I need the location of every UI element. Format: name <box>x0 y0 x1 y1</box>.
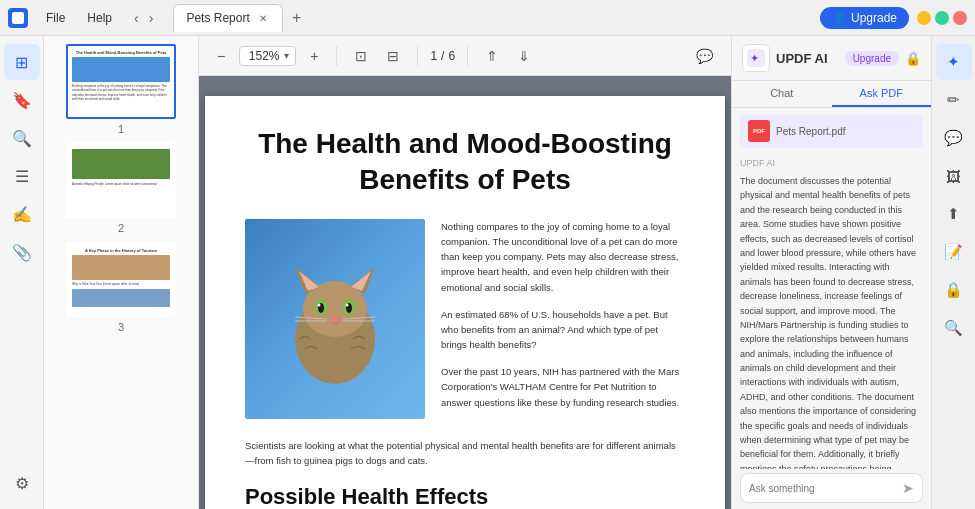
ai-input[interactable] <box>749 483 898 494</box>
maximize-button[interactable] <box>935 11 949 25</box>
nav-arrows: ‹ › <box>130 8 157 28</box>
thumbnail-1[interactable]: The Health and Mood-Boosting Benefits of… <box>52 44 190 135</box>
ai-lock-button[interactable]: 🔒 <box>905 51 921 66</box>
menu-items: File Help <box>36 7 122 29</box>
right-icon-edit[interactable]: ✏ <box>936 82 972 118</box>
sidebar-icon-attach[interactable]: 📎 <box>4 234 40 270</box>
thumb-text-2: Animals Helping People Lorem ipsum dolor… <box>72 182 170 186</box>
pdf-para1: Nothing compares to the joy of coming ho… <box>441 219 685 295</box>
right-icon-comment[interactable]: 💬 <box>936 120 972 156</box>
pdf-title: The Health and Mood-Boosting Benefits of… <box>245 126 685 199</box>
svg-point-12 <box>331 316 339 322</box>
fit-page-button[interactable]: ⊟ <box>381 44 405 68</box>
pdf-text-column: Nothing compares to the joy of coming ho… <box>441 219 685 422</box>
tab-label: Pets Report <box>186 11 249 25</box>
pdf-body: Nothing compares to the joy of coming ho… <box>245 219 685 422</box>
right-icon-share[interactable]: ⬆ <box>936 196 972 232</box>
ai-panel: ✦ UPDF AI Upgrade 🔒 Chat Ask PDF PDF Pet… <box>731 36 931 509</box>
tabs: Pets Report ✕ + <box>173 4 308 32</box>
menu-help[interactable]: Help <box>77 7 122 29</box>
ai-file-name: Pets Report.pdf <box>776 126 915 137</box>
pdf-viewer-container: − 152% ▾ + ⊡ ⊟ 1 / 6 ⇑ ⇓ 💬 <box>199 36 731 509</box>
ai-tabs: Chat Ask PDF <box>732 81 931 108</box>
thumbnail-panel: The Health and Mood-Boosting Benefits of… <box>44 36 199 509</box>
thumb-number-2: 2 <box>118 222 124 234</box>
right-icon-protect[interactable]: 🔒 <box>936 272 972 308</box>
main-area: ⊞ 🔖 🔍 ☰ ✍ 📎 ⚙ The Health and Mood-Boosti… <box>0 36 975 509</box>
tab-pets-report[interactable]: Pets Report ✕ <box>173 4 282 32</box>
sidebar-icon-settings[interactable]: ⚙ <box>4 465 40 501</box>
upgrade-button[interactable]: 👤 Upgrade <box>820 7 909 29</box>
upgrade-label: Upgrade <box>851 11 897 25</box>
ai-tab-ask-pdf[interactable]: Ask PDF <box>832 81 932 107</box>
nav-forward[interactable]: › <box>145 8 158 28</box>
thumb-content-2: Animals Helping People Lorem ipsum dolor… <box>66 143 176 218</box>
right-sidebar: ✦ ✏ 💬 🖼 ⬆ 📝 🔒 🔍 <box>931 36 975 509</box>
thumb-content-1: The Health and Mood-Boosting Benefits of… <box>66 44 176 119</box>
pdf-para3: Over the past 10 years, NIH has partnere… <box>441 364 685 410</box>
page-control: 1 / 6 <box>430 49 455 63</box>
ai-tab-chat[interactable]: Chat <box>732 81 832 107</box>
thumb-content-3: A Key Phase in the History of Tourism Wh… <box>66 242 176 317</box>
thumb-title-1: The Health and Mood-Boosting Benefits of… <box>72 50 170 55</box>
pdf-para4: Scientists are looking at what the poten… <box>245 438 685 468</box>
ai-input-area: ➤ <box>740 473 923 503</box>
thumb-text-1: Nothing compares to the joy of coming ho… <box>72 84 170 101</box>
zoom-value: 152% <box>246 49 282 63</box>
svg-point-11 <box>346 303 349 306</box>
menu-file[interactable]: File <box>36 7 75 29</box>
thumbnail-3[interactable]: A Key Phase in the History of Tourism Wh… <box>52 242 190 333</box>
thumb-text-3: Why to Take Your Tour Lorem ipsum dolor … <box>72 282 170 286</box>
ai-panel-header: ✦ UPDF AI Upgrade 🔒 <box>732 36 931 81</box>
left-sidebar: ⊞ 🔖 🔍 ☰ ✍ 📎 ⚙ <box>0 36 44 509</box>
ai-panel-title: UPDF AI <box>776 51 839 66</box>
svg-point-10 <box>318 303 321 306</box>
ai-upgrade-button[interactable]: Upgrade <box>845 51 899 66</box>
right-icon-ai[interactable]: ✦ <box>936 44 972 80</box>
total-pages: 6 <box>448 49 455 63</box>
right-icon-image[interactable]: 🖼 <box>936 158 972 194</box>
pdf-file-icon: PDF <box>748 120 770 142</box>
sidebar-icon-search[interactable]: 🔍 <box>4 120 40 156</box>
ai-logo: ✦ <box>742 44 770 72</box>
zoom-out-button[interactable]: − <box>211 44 231 68</box>
sep2 <box>417 46 418 66</box>
right-icon-search[interactable]: 🔍 <box>936 310 972 346</box>
sep1 <box>336 46 337 66</box>
sidebar-icon-bookmark[interactable]: 🔖 <box>4 82 40 118</box>
thumb-number-1: 1 <box>118 123 124 135</box>
window-controls <box>917 11 967 25</box>
ai-file-info: PDF Pets Report.pdf <box>740 114 923 148</box>
pdf-section-title: Possible Health Effects <box>245 484 685 509</box>
title-bar: File Help ‹ › Pets Report ✕ + 👤 Upgrade <box>0 0 975 36</box>
sidebar-icon-thumbnail[interactable]: ⊞ <box>4 44 40 80</box>
ai-response-text: The document discusses the potential phy… <box>740 174 923 469</box>
sidebar-icon-layers[interactable]: ☰ <box>4 158 40 194</box>
scroll-up-button[interactable]: ⇑ <box>480 44 504 68</box>
zoom-dropdown-icon[interactable]: ▾ <box>284 50 289 61</box>
right-icon-annotate[interactable]: 📝 <box>936 234 972 270</box>
svg-text:✦: ✦ <box>750 52 759 64</box>
thumbnail-2[interactable]: Animals Helping People Lorem ipsum dolor… <box>52 143 190 234</box>
ai-content: The document discusses the potential phy… <box>732 170 931 469</box>
thumb-title-3: A Key Phase in the History of Tourism <box>72 248 170 253</box>
thumb-number-3: 3 <box>118 321 124 333</box>
pdf-page: The Health and Mood-Boosting Benefits of… <box>205 96 725 509</box>
zoom-in-button[interactable]: + <box>304 44 324 68</box>
ai-label: UPDF AI <box>732 156 931 170</box>
pdf-cat-image <box>245 219 425 419</box>
thumb-image-1 <box>72 57 170 82</box>
fit-width-button[interactable]: ⊡ <box>349 44 373 68</box>
tab-add[interactable]: + <box>285 6 309 30</box>
ai-send-button[interactable]: ➤ <box>902 480 914 496</box>
nav-back[interactable]: ‹ <box>130 8 143 28</box>
current-page: 1 <box>430 49 437 63</box>
comment-button[interactable]: 💬 <box>690 44 719 68</box>
minimize-button[interactable] <box>917 11 931 25</box>
sidebar-icon-signature[interactable]: ✍ <box>4 196 40 232</box>
toolbar-right: 💬 <box>690 44 719 68</box>
close-button[interactable] <box>953 11 967 25</box>
toolbar: − 152% ▾ + ⊡ ⊟ 1 / 6 ⇑ ⇓ 💬 <box>199 36 731 76</box>
scroll-down-button[interactable]: ⇓ <box>512 44 536 68</box>
tab-close[interactable]: ✕ <box>256 11 270 25</box>
